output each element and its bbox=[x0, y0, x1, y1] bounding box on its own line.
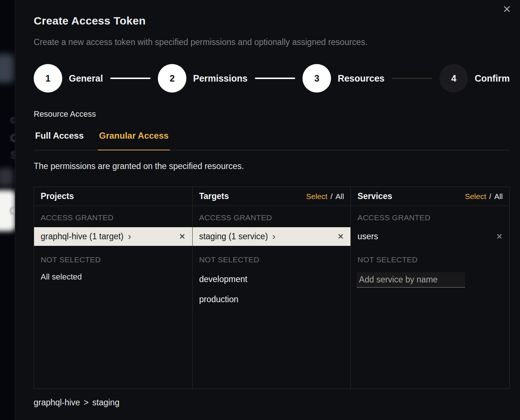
backdrop-blur-blob bbox=[0, 168, 13, 186]
backdrop-blur-blob bbox=[0, 54, 14, 83]
step-label-general: General bbox=[69, 73, 103, 84]
step-circle-3[interactable]: 3 bbox=[302, 64, 331, 93]
projects-not-selected-label: NOT SELECTED bbox=[34, 246, 192, 269]
services-column: Services Select / All ACCESS GRANTED use… bbox=[351, 187, 509, 389]
step-label-confirm: Confirm bbox=[475, 73, 510, 84]
granted-service-row[interactable]: users ✕ bbox=[351, 227, 509, 246]
projects-column: Projects ACCESS GRANTED graphql-hive (1 … bbox=[34, 187, 193, 389]
services-select-link[interactable]: Select bbox=[465, 192, 486, 201]
targets-column-title: Targets bbox=[199, 191, 229, 201]
services-access-granted-label: ACCESS GRANTED bbox=[351, 206, 509, 227]
create-access-token-modal: ✕ Create Access Token Create a new acces… bbox=[15, 0, 520, 420]
backdrop-glyph: S bbox=[10, 149, 15, 161]
slash-separator: / bbox=[489, 192, 491, 201]
backdrop-strip: c C S C bbox=[0, 0, 15, 420]
breadcrumb-target: staging bbox=[92, 398, 119, 408]
target-item-development[interactable]: development bbox=[193, 269, 351, 289]
wizard-stepper: 1 General 2 Permissions 3 Resources 4 Co… bbox=[34, 64, 510, 93]
projects-column-header: Projects bbox=[34, 187, 192, 206]
page-title: Create Access Token bbox=[34, 15, 510, 27]
step-connector bbox=[255, 78, 295, 79]
permissions-description: The permissions are granted on the speci… bbox=[34, 161, 510, 171]
step-circle-1[interactable]: 1 bbox=[34, 64, 62, 93]
step-resources[interactable]: 3 Resources bbox=[302, 64, 385, 93]
selected-project-label: graphql-hive (1 target) bbox=[41, 232, 123, 241]
services-all-link[interactable]: All bbox=[494, 192, 503, 201]
access-tabs: Full Access Granular Access bbox=[34, 131, 510, 150]
projects-all-selected-note: All selected bbox=[34, 269, 192, 285]
step-circle-2[interactable]: 2 bbox=[158, 64, 186, 93]
targets-column-header: Targets Select / All bbox=[193, 187, 351, 206]
targets-select-link[interactable]: Select bbox=[306, 192, 327, 201]
step-connector bbox=[110, 78, 151, 79]
step-connector-inactive bbox=[392, 78, 432, 79]
services-column-title: Services bbox=[357, 191, 392, 201]
step-circle-4[interactable]: 4 bbox=[439, 64, 468, 93]
granted-service-label: users bbox=[357, 232, 378, 241]
step-label-resources: Resources bbox=[338, 73, 385, 84]
services-column-header: Services Select / All bbox=[351, 187, 509, 206]
remove-project-icon[interactable]: ✕ bbox=[179, 232, 185, 241]
resource-access-heading: Resource Access bbox=[34, 109, 510, 119]
selected-target-label: staging (1 service) bbox=[199, 232, 268, 241]
selected-target-row[interactable]: staging (1 service) › ✕ bbox=[193, 227, 351, 246]
breadcrumb-separator: > bbox=[84, 398, 89, 408]
targets-not-selected-label: NOT SELECTED bbox=[193, 246, 351, 269]
step-permissions[interactable]: 2 Permissions bbox=[158, 64, 248, 93]
tab-granular-access[interactable]: Granular Access bbox=[98, 131, 170, 150]
chevron-right-icon[interactable]: › bbox=[272, 232, 276, 241]
backdrop-glyph: C bbox=[10, 132, 15, 144]
slash-separator: / bbox=[330, 192, 333, 201]
targets-column: Targets Select / All ACCESS GRANTED stag… bbox=[193, 187, 351, 389]
step-confirm[interactable]: 4 Confirm bbox=[439, 64, 510, 93]
targets-all-link[interactable]: All bbox=[335, 192, 344, 201]
backdrop-glyph: C bbox=[10, 204, 15, 218]
modal-subtitle: Create a new access token with specified… bbox=[34, 37, 510, 47]
selected-project-row[interactable]: graphql-hive (1 target) › ✕ bbox=[34, 227, 192, 246]
add-service-input[interactable] bbox=[357, 272, 465, 288]
remove-target-icon[interactable]: ✕ bbox=[337, 232, 344, 241]
remove-service-icon[interactable]: ✕ bbox=[496, 232, 503, 241]
resource-picker-table: Projects ACCESS GRANTED graphql-hive (1 … bbox=[34, 187, 510, 389]
backdrop-glyph: c bbox=[10, 114, 15, 125]
projects-access-granted-label: ACCESS GRANTED bbox=[34, 206, 192, 227]
chevron-right-icon[interactable]: › bbox=[128, 232, 131, 241]
services-not-selected-label: NOT SELECTED bbox=[351, 246, 509, 269]
step-label-permissions: Permissions bbox=[193, 73, 248, 84]
tab-full-access[interactable]: Full Access bbox=[34, 131, 85, 150]
breadcrumb-project: graphql-hive bbox=[34, 398, 80, 408]
targets-access-granted-label: ACCESS GRANTED bbox=[193, 206, 351, 227]
close-icon[interactable]: ✕ bbox=[503, 4, 511, 15]
step-general[interactable]: 1 General bbox=[34, 64, 103, 93]
target-item-production[interactable]: production bbox=[193, 289, 351, 310]
services-select-all: Select / All bbox=[465, 192, 503, 201]
targets-select-all: Select / All bbox=[306, 192, 344, 201]
projects-column-title: Projects bbox=[41, 191, 74, 201]
breadcrumb: graphql-hive > staging bbox=[34, 398, 510, 408]
